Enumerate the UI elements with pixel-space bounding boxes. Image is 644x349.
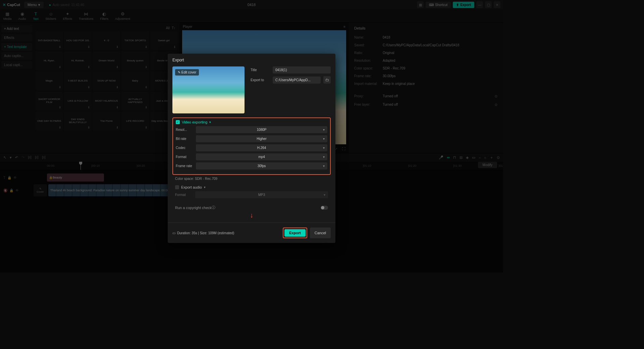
- bitrate-select[interactable]: Higher: [196, 135, 327, 142]
- format-select[interactable]: mp4: [196, 153, 327, 160]
- annotation-arrow-icon: ↓: [168, 211, 335, 219]
- export-to-label: Export to: [251, 78, 270, 82]
- format-label: Format: [176, 155, 196, 159]
- audio-export-checkbox[interactable]: [175, 185, 179, 189]
- cover-preview: ✎ Edit cover: [172, 66, 245, 113]
- codec-select[interactable]: H.264: [196, 144, 327, 151]
- title-input[interactable]: [273, 66, 331, 73]
- audio-export-label: Export audio: [181, 185, 202, 189]
- export-confirm-button[interactable]: Export: [284, 229, 306, 237]
- audio-format-label: Format: [175, 193, 195, 197]
- export-path-input[interactable]: [273, 77, 321, 84]
- audio-format-select: MP3: [195, 191, 328, 198]
- copyright-label: Run a copyright check: [175, 206, 212, 210]
- video-export-checkbox[interactable]: ✓: [176, 120, 180, 124]
- color-space-info: Color space: SDR - Rec.709: [168, 175, 335, 181]
- framerate-select[interactable]: 30fps: [196, 162, 327, 169]
- resolution-label: Resol...: [176, 128, 196, 132]
- export-dialog: Export ✎ Edit cover Title Export to 🗀 ✓ …: [168, 54, 335, 243]
- codec-label: Codec: [176, 146, 196, 150]
- copyright-toggle[interactable]: [321, 206, 328, 210]
- framerate-label: Frame rate: [176, 164, 196, 168]
- video-export-section: ✓ Video exporting ▾ Resol...1080P Bit ra…: [172, 117, 331, 175]
- edit-cover-button[interactable]: ✎ Edit cover: [175, 69, 199, 76]
- bitrate-label: Bit rate: [176, 137, 196, 141]
- dialog-title: Export: [168, 54, 335, 66]
- title-label: Title: [251, 68, 270, 72]
- duration-info: ▭ Duration: 35s | Size: 109M (estimated): [172, 231, 234, 235]
- video-export-label: Video exporting: [182, 120, 207, 124]
- export-highlight: Export: [283, 228, 307, 238]
- resolution-select[interactable]: 1080P: [196, 126, 327, 133]
- cancel-button[interactable]: Cancel: [310, 228, 331, 238]
- browse-folder-icon[interactable]: 🗀: [323, 76, 331, 84]
